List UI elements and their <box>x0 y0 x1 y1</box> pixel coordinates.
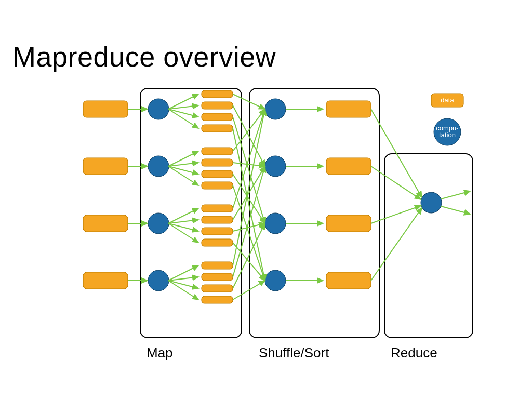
map-output <box>202 159 233 166</box>
map-output <box>202 262 233 269</box>
mapper-node <box>148 99 169 119</box>
map-output <box>202 125 233 132</box>
arrow <box>168 166 198 174</box>
reduce-input-block <box>326 101 371 117</box>
input-data-block <box>83 272 128 289</box>
mapper-node <box>148 156 169 177</box>
reduce-input-block <box>326 215 371 232</box>
reducer-node <box>421 192 442 213</box>
map-output <box>202 148 233 155</box>
reduce-input-block <box>326 158 371 175</box>
mapreduce-diagram: data compu- tation Map Shuffle/Sort Redu… <box>0 0 532 399</box>
input-data-block <box>83 215 128 232</box>
input-data-block <box>83 158 128 175</box>
reduce-stage-label: Reduce <box>391 345 437 361</box>
mapper-node <box>148 213 169 234</box>
mapper-node <box>148 270 169 291</box>
shuffle-node <box>265 156 286 177</box>
map-output <box>202 205 233 212</box>
arrow <box>168 166 198 185</box>
map-output <box>202 239 233 246</box>
input-data-block <box>83 101 128 117</box>
map-output <box>202 90 233 98</box>
shuffle-node <box>265 99 286 119</box>
arrow <box>168 223 198 231</box>
reduce-stage-box <box>384 154 473 338</box>
arrow <box>168 109 198 117</box>
map-output <box>202 102 233 109</box>
arrow <box>168 281 198 288</box>
arrow <box>371 208 422 281</box>
map-output <box>202 296 233 303</box>
map-output <box>202 285 233 292</box>
shuffle-node <box>265 213 286 234</box>
map-output <box>202 113 233 121</box>
arrow <box>441 206 470 214</box>
map-output <box>202 228 233 235</box>
map-output <box>202 182 233 189</box>
map-output <box>202 216 233 223</box>
shuffle-stage-label: Shuffle/Sort <box>259 345 329 361</box>
shuffle-stage-box <box>249 88 379 338</box>
arrow <box>168 281 198 300</box>
reduce-input-block <box>326 272 371 289</box>
shuffle-node <box>265 270 286 291</box>
map-output <box>202 170 233 178</box>
legend-computation-label-line2: tation <box>439 131 456 139</box>
legend-data-label: data <box>441 96 454 104</box>
arrow <box>168 223 198 243</box>
map-output <box>202 273 233 281</box>
arrow <box>441 191 470 199</box>
map-stage-label: Map <box>147 345 173 361</box>
arrow <box>168 109 198 128</box>
